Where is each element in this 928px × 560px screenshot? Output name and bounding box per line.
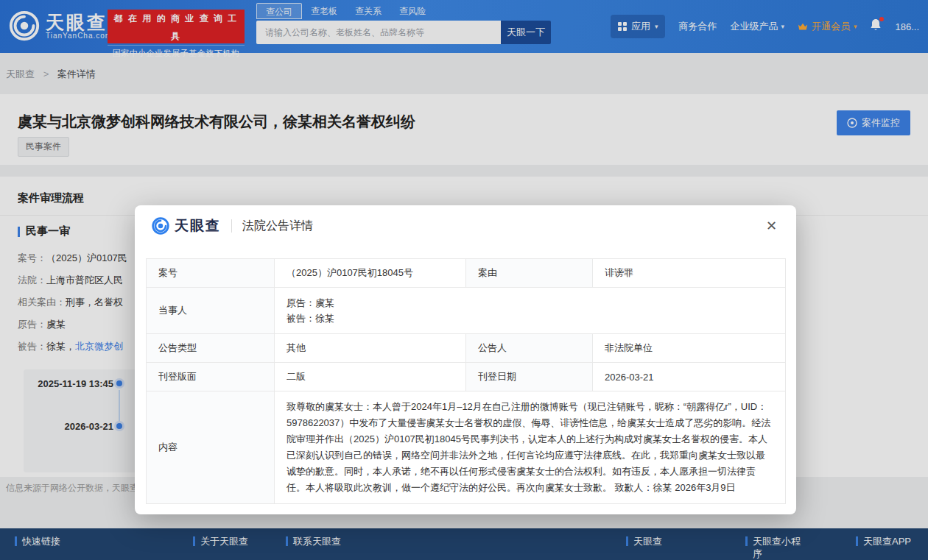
- value-case-no: （2025）沪0107民初18045号: [275, 259, 466, 288]
- value-cause: 诽谤罪: [593, 259, 786, 288]
- value-announcement-type: 其他: [275, 334, 466, 363]
- table-row: 内容 致尊敬的虞某女士：本人曾于2024年1月–12月在自己注册的微博账号（现已…: [147, 391, 786, 504]
- eye-logo-icon: [151, 216, 170, 235]
- label-case-no: 案号: [147, 259, 275, 288]
- table-row: 刊登版面 二版 刊登日期 2026-03-21: [147, 363, 786, 391]
- value-publish-date: 2026-03-21: [593, 363, 786, 391]
- label-content: 内容: [147, 391, 275, 504]
- label-parties: 当事人: [147, 288, 275, 334]
- table-row: 当事人 原告：虞某 被告：徐某: [147, 288, 786, 334]
- value-content: 致尊敬的虞某女士：本人曾于2024年1月–12月在自己注册的微博账号（现已注销账…: [275, 391, 786, 504]
- label-announcer: 公告人: [466, 334, 593, 363]
- close-icon[interactable]: ✕: [763, 216, 780, 235]
- label-publish-date: 刊登日期: [466, 363, 593, 391]
- value-announcer: 非法院单位: [593, 334, 786, 363]
- value-publish-page: 二版: [275, 363, 466, 391]
- modal-title: 法院公告详情: [242, 219, 313, 234]
- modal-header: 天眼查 法院公告详情 ✕: [135, 205, 796, 247]
- modal-brand: 天眼查: [175, 216, 221, 235]
- announcement-detail-table: 案号 （2025）沪0107民初18045号 案由 诽谤罪 当事人 原告：虞某 …: [135, 247, 796, 504]
- value-parties: 原告：虞某 被告：徐某: [275, 288, 786, 334]
- party-defendant: 被告：徐某: [287, 311, 773, 326]
- divider: [231, 219, 232, 233]
- label-cause: 案由: [466, 259, 593, 288]
- court-announcement-modal: 天眼查 法院公告详情 ✕ 案号 （2025）沪0107民初18045号 案由 诽…: [135, 205, 796, 514]
- table-row: 案号 （2025）沪0107民初18045号 案由 诽谤罪: [147, 259, 786, 288]
- label-announcement-type: 公告类型: [147, 334, 275, 363]
- label-publish-page: 刊登版面: [147, 363, 275, 391]
- party-plaintiff: 原告：虞某: [287, 295, 773, 311]
- table-row: 公告类型 其他 公告人 非法院单位: [147, 334, 786, 363]
